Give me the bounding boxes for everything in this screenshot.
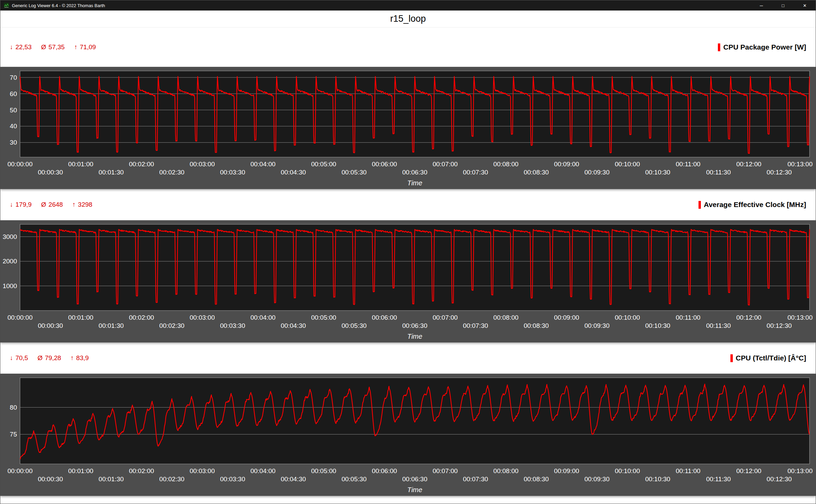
- svg-text:00:10:30: 00:10:30: [645, 169, 670, 176]
- svg-text:00:01:30: 00:01:30: [98, 322, 124, 329]
- svg-text:00:09:00: 00:09:00: [554, 467, 579, 474]
- legend-temperature: CPU (Tctl/Tdie) [Â°C]: [730, 354, 806, 362]
- svg-text:Time: Time: [407, 333, 422, 340]
- stat-max: ↑71,09: [74, 43, 96, 51]
- svg-text:00:00:30: 00:00:30: [38, 475, 63, 483]
- chart-panel-power: ↓22,53 Ø57,35 ↑71,09 CPU Package Power […: [0, 27, 816, 189]
- chart-clock: 10002000300000:00:0000:01:0000:02:0000:0…: [0, 220, 816, 342]
- average-icon: Ø: [41, 43, 46, 51]
- svg-text:00:00:00: 00:00:00: [7, 161, 33, 168]
- app-icon: [4, 3, 9, 8]
- stat-min-value: 179,9: [16, 201, 32, 208]
- svg-text:00:01:00: 00:01:00: [68, 467, 93, 474]
- power-chart-canvas[interactable]: 304050607000:00:0000:01:0000:02:0000:03:…: [0, 67, 816, 189]
- svg-text:00:05:00: 00:05:00: [311, 161, 336, 168]
- svg-text:00:05:30: 00:05:30: [342, 475, 367, 483]
- min-arrow-icon: ↓: [10, 201, 13, 208]
- chart-panel-temperature: ↓70,5 Ø79,28 ↑83,9 CPU (Tctl/Tdie) [Â°C]…: [0, 342, 816, 496]
- svg-text:30: 30: [10, 139, 17, 146]
- window-title: Generic Log Viewer 6.4 - © 2022 Thomas B…: [12, 3, 105, 8]
- svg-text:00:11:00: 00:11:00: [676, 314, 701, 321]
- clock-chart-canvas[interactable]: 10002000300000:00:0000:01:0000:02:0000:0…: [0, 220, 816, 342]
- legend-color-bar: [718, 43, 720, 51]
- svg-text:00:01:30: 00:01:30: [98, 169, 124, 176]
- svg-text:00:07:00: 00:07:00: [433, 467, 458, 474]
- average-icon: Ø: [37, 354, 42, 362]
- svg-text:1000: 1000: [3, 282, 17, 290]
- legend-label: Average Effective Clock [MHz]: [704, 201, 806, 209]
- min-arrow-icon: ↓: [10, 43, 13, 51]
- svg-text:00:08:00: 00:08:00: [493, 161, 519, 168]
- svg-text:00:13:00: 00:13:00: [787, 161, 813, 168]
- svg-text:00:07:00: 00:07:00: [433, 314, 458, 321]
- svg-text:3000: 3000: [3, 233, 17, 240]
- svg-text:00:10:30: 00:10:30: [645, 475, 670, 483]
- svg-text:00:01:00: 00:01:00: [68, 161, 93, 168]
- svg-text:00:12:30: 00:12:30: [767, 475, 792, 483]
- stat-max-value: 71,09: [80, 43, 96, 51]
- svg-text:00:07:30: 00:07:30: [463, 322, 488, 329]
- titlebar: Generic Log Viewer 6.4 - © 2022 Thomas B…: [0, 0, 816, 11]
- svg-text:00:02:30: 00:02:30: [159, 475, 184, 483]
- stat-min-value: 70,5: [16, 354, 28, 362]
- svg-text:00:08:30: 00:08:30: [524, 322, 549, 329]
- chart-stats-clock: ↓179,9 Ø2648 ↑3298: [10, 201, 92, 208]
- svg-text:60: 60: [10, 90, 17, 97]
- stat-avg-value: 57,35: [49, 43, 65, 51]
- svg-text:Time: Time: [407, 179, 422, 187]
- svg-text:00:06:30: 00:06:30: [402, 169, 428, 176]
- svg-text:00:01:00: 00:01:00: [68, 314, 93, 321]
- page-title: r15_loop: [0, 11, 816, 27]
- svg-text:00:05:00: 00:05:00: [311, 467, 336, 474]
- svg-text:00:12:30: 00:12:30: [767, 169, 792, 176]
- svg-text:00:06:30: 00:06:30: [402, 475, 428, 483]
- svg-text:00:03:00: 00:03:00: [190, 467, 215, 474]
- svg-text:00:08:00: 00:08:00: [493, 467, 519, 474]
- svg-text:00:12:00: 00:12:00: [736, 161, 761, 168]
- stat-max: ↑3298: [72, 201, 92, 208]
- max-arrow-icon: ↑: [74, 43, 77, 51]
- svg-text:00:09:00: 00:09:00: [554, 314, 579, 321]
- svg-text:00:02:00: 00:02:00: [129, 161, 154, 168]
- svg-text:00:07:00: 00:07:00: [433, 161, 458, 168]
- svg-text:00:01:30: 00:01:30: [98, 475, 124, 483]
- svg-text:00:02:30: 00:02:30: [159, 169, 184, 176]
- svg-text:00:08:30: 00:08:30: [524, 475, 549, 483]
- svg-text:00:03:00: 00:03:00: [190, 314, 215, 321]
- svg-text:00:10:30: 00:10:30: [645, 322, 670, 329]
- svg-text:00:03:00: 00:03:00: [190, 161, 215, 168]
- svg-text:00:05:30: 00:05:30: [342, 322, 367, 329]
- chart-panel-clock: ↓179,9 Ø2648 ↑3298 Average Effective Clo…: [0, 189, 816, 342]
- svg-text:00:12:00: 00:12:00: [736, 314, 761, 321]
- svg-text:70: 70: [10, 74, 17, 81]
- min-arrow-icon: ↓: [10, 354, 13, 362]
- svg-text:00:02:00: 00:02:00: [129, 467, 154, 474]
- minimize-button[interactable]: ─: [750, 0, 772, 11]
- temperature-chart-canvas[interactable]: 758000:00:0000:01:0000:02:0000:03:0000:0…: [0, 374, 816, 496]
- svg-text:00:11:00: 00:11:00: [676, 467, 701, 474]
- svg-text:00:05:00: 00:05:00: [311, 314, 336, 321]
- stats-row-clock: ↓179,9 Ø2648 ↑3298 Average Effective Clo…: [0, 189, 816, 220]
- average-icon: Ø: [41, 201, 46, 208]
- svg-text:00:08:00: 00:08:00: [493, 314, 519, 321]
- stat-avg: Ø2648: [41, 201, 63, 208]
- svg-text:00:13:00: 00:13:00: [787, 314, 813, 321]
- svg-text:00:04:30: 00:04:30: [281, 475, 306, 483]
- stats-row-power: ↓22,53 Ø57,35 ↑71,09 CPU Package Power […: [0, 27, 816, 67]
- svg-text:00:10:00: 00:10:00: [615, 161, 640, 168]
- svg-text:00:00:30: 00:00:30: [38, 169, 63, 176]
- svg-text:00:03:30: 00:03:30: [220, 322, 245, 329]
- legend-color-bar: [699, 201, 701, 209]
- stat-avg-value: 79,28: [45, 354, 61, 362]
- svg-text:00:04:00: 00:04:00: [250, 161, 275, 168]
- svg-text:00:04:00: 00:04:00: [250, 467, 275, 474]
- svg-text:50: 50: [10, 107, 17, 114]
- chart-power: 304050607000:00:0000:01:0000:02:0000:03:…: [0, 67, 816, 189]
- close-button[interactable]: ✕: [794, 0, 816, 11]
- stat-min: ↓70,5: [10, 354, 28, 362]
- chart-stats-temperature: ↓70,5 Ø79,28 ↑83,9: [10, 354, 89, 362]
- svg-text:00:12:00: 00:12:00: [736, 467, 761, 474]
- svg-text:40: 40: [10, 123, 17, 130]
- chart-stats-power: ↓22,53 Ø57,35 ↑71,09: [10, 43, 96, 51]
- maximize-button[interactable]: □: [772, 0, 794, 11]
